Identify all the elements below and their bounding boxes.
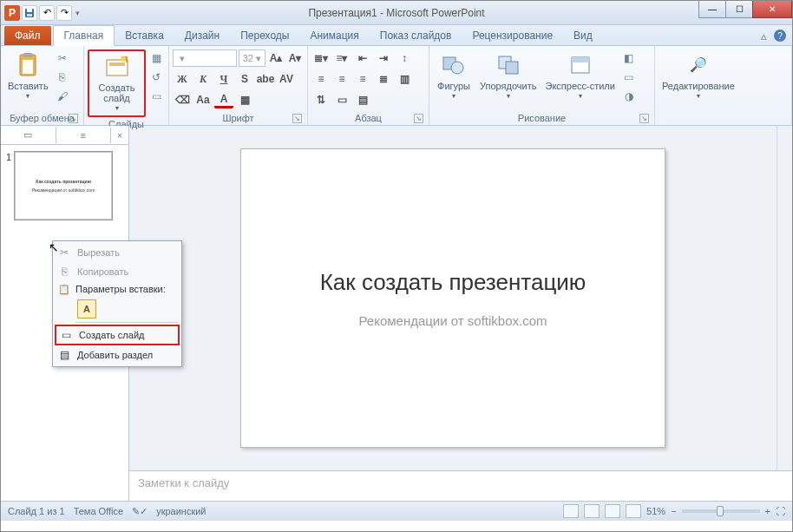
view-reading-icon[interactable]: [605, 504, 620, 518]
outline-tab[interactable]: ≡: [56, 128, 112, 143]
indent-dec-icon[interactable]: ⇤: [353, 49, 372, 67]
zoom-slider[interactable]: [682, 509, 760, 513]
reset-icon[interactable]: ↺: [147, 69, 165, 86]
align-center-icon[interactable]: ≡: [332, 70, 351, 88]
shapes-icon: [440, 51, 468, 79]
columns-icon[interactable]: ▥: [395, 70, 414, 88]
align-right-icon[interactable]: ≡: [353, 70, 372, 88]
bold-icon[interactable]: Ж: [173, 70, 192, 88]
section-icon: ▤: [56, 349, 72, 361]
undo-icon[interactable]: ↶: [39, 5, 55, 21]
minimize-button[interactable]: —: [698, 1, 726, 18]
clipboard-launcher[interactable]: ↘: [69, 114, 78, 123]
cm-add-section[interactable]: ▤ Добавить раздел: [55, 345, 180, 365]
paragraph-launcher[interactable]: ↘: [414, 114, 423, 123]
status-theme: Тема Office: [74, 506, 124, 516]
smartart-icon[interactable]: ▤: [353, 91, 372, 108]
arrange-button[interactable]: Упорядочить▾: [476, 49, 540, 103]
cut-icon[interactable]: ✂: [54, 49, 71, 67]
format-painter-icon[interactable]: 🖌: [54, 88, 71, 105]
redo-icon[interactable]: ↷: [56, 5, 72, 21]
shape-effects-icon[interactable]: ◑: [620, 88, 638, 105]
bullets-icon[interactable]: ≣▾: [311, 49, 331, 67]
highlight-icon[interactable]: ▦: [235, 91, 254, 108]
slide-canvas[interactable]: Как создать презентацию Рекомендации от …: [240, 148, 665, 448]
tab-view[interactable]: Вид: [563, 26, 603, 45]
cm-add-section-label: Добавить раздел: [77, 350, 153, 360]
tab-slideshow[interactable]: Показ слайдов: [370, 26, 462, 45]
shape-outline-icon[interactable]: ▭: [620, 69, 638, 86]
text-dir-icon[interactable]: ⇅: [311, 91, 331, 108]
help-icon[interactable]: ?: [774, 30, 786, 42]
slides-tab[interactable]: ▭: [1, 127, 56, 143]
align-left-icon[interactable]: ≡: [311, 70, 331, 88]
paste-option-keep-format[interactable]: A: [77, 299, 96, 319]
tab-animations[interactable]: Анимация: [299, 26, 369, 45]
slide-thumbnail[interactable]: Как создать презентацию Рекомендации от …: [15, 152, 112, 220]
zoom-in-icon[interactable]: +: [765, 506, 770, 516]
save-icon[interactable]: [22, 5, 37, 21]
editing-button[interactable]: 🔎 Редактирование▾: [659, 49, 738, 103]
font-family-combo[interactable]: ▾: [173, 49, 237, 67]
status-spellcheck-icon[interactable]: ✎✓: [132, 506, 147, 517]
shadow-icon[interactable]: abe: [256, 70, 275, 88]
paste-button[interactable]: Вставить ▾: [4, 49, 52, 103]
fit-window-icon[interactable]: ⛶: [776, 506, 785, 516]
thumb-subtitle: Рекомендации от softikbox.com: [32, 187, 95, 193]
shape-fill-icon[interactable]: ◧: [620, 49, 638, 67]
line-spacing-icon[interactable]: ↕: [395, 49, 414, 67]
grow-font-icon[interactable]: A▴: [267, 49, 285, 67]
notes-pane[interactable]: Заметки к слайду: [129, 470, 792, 501]
tab-home[interactable]: Главная: [53, 25, 115, 46]
shrink-font-icon[interactable]: A▾: [286, 49, 304, 67]
underline-icon[interactable]: Ч: [214, 70, 233, 88]
font-launcher[interactable]: ↘: [292, 114, 302, 123]
clear-format-icon[interactable]: ⌫: [173, 91, 192, 108]
copy-icon[interactable]: ⎘: [54, 69, 71, 86]
minimize-ribbon-icon[interactable]: ▵: [761, 30, 767, 43]
app-icon: P: [4, 5, 20, 21]
align-text-icon[interactable]: ▭: [332, 91, 351, 108]
status-language[interactable]: украинский: [156, 506, 206, 516]
ribbon-tabs: Файл Главная Вставка Дизайн Переходы Ани…: [1, 25, 792, 46]
qat-dropdown-icon[interactable]: ▾: [74, 9, 82, 17]
vertical-scrollbar[interactable]: [777, 126, 792, 470]
font-color-icon[interactable]: A: [214, 91, 233, 108]
tab-insert[interactable]: Вставка: [115, 26, 174, 45]
layout-icon[interactable]: ▦: [147, 49, 165, 67]
slide-title-text[interactable]: Как создать презентацию: [320, 269, 587, 296]
maximize-button[interactable]: ☐: [725, 1, 753, 18]
cm-new-slide[interactable]: ▭ Создать слайд: [55, 325, 180, 345]
slide-subtitle-text[interactable]: Рекомендации от softikbox.com: [358, 313, 547, 328]
svg-point-8: [121, 56, 126, 62]
shapes-button[interactable]: Фигуры▾: [433, 49, 475, 103]
panel-close-icon[interactable]: ×: [111, 130, 128, 141]
tab-review[interactable]: Рецензирование: [462, 26, 563, 45]
change-case-icon[interactable]: Aa: [193, 91, 213, 108]
zoom-level[interactable]: 51%: [646, 506, 665, 516]
thumbnail-item[interactable]: 1 Как создать презентацию Рекомендации о…: [1, 145, 128, 227]
zoom-out-icon[interactable]: −: [671, 506, 676, 516]
quick-access-toolbar: P ↶ ↷ ▾: [1, 5, 82, 21]
tab-file[interactable]: Файл: [4, 26, 51, 45]
view-slideshow-icon[interactable]: [626, 504, 641, 518]
spacing-icon[interactable]: AV: [277, 70, 296, 88]
slide-number: 1: [6, 152, 11, 220]
section-icon[interactable]: ▭: [147, 88, 165, 105]
new-slide-button[interactable]: Создать слайд▾: [88, 49, 146, 117]
drawing-launcher[interactable]: ↘: [639, 114, 649, 123]
numbering-icon[interactable]: ≡▾: [332, 49, 351, 67]
justify-icon[interactable]: ≣: [374, 70, 393, 88]
font-size-combo[interactable]: 32 ▾: [239, 49, 265, 67]
strike-icon[interactable]: S: [235, 70, 254, 88]
close-button[interactable]: ✕: [752, 1, 792, 18]
tab-design[interactable]: Дизайн: [174, 26, 230, 45]
view-normal-icon[interactable]: [563, 504, 579, 518]
indent-inc-icon[interactable]: ⇥: [374, 49, 393, 67]
italic-icon[interactable]: К: [193, 70, 213, 88]
quick-styles-button[interactable]: Экспресс-стили▾: [541, 49, 618, 103]
quick-styles-label: Экспресс-стили: [545, 81, 614, 91]
tab-transitions[interactable]: Переходы: [230, 26, 299, 45]
view-sorter-icon[interactable]: [584, 504, 600, 518]
group-slides: Создать слайд▾ ▦ ↺ ▭ Слайды: [84, 46, 169, 125]
